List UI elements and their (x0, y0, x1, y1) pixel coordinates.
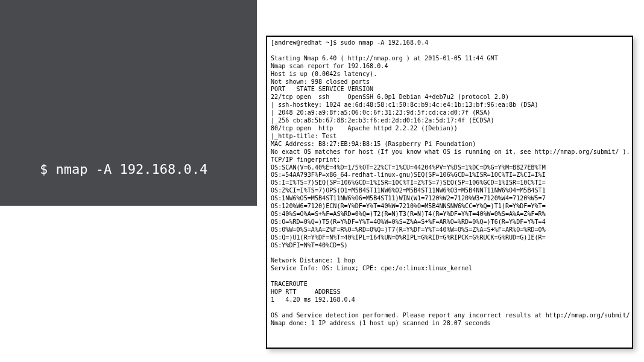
terminal-output-window: [andrew@redhat ~]$ sudo nmap -A 192.168.… (266, 36, 633, 349)
terminal-output-text: [andrew@redhat ~]$ sudo nmap -A 192.168.… (271, 39, 628, 328)
command-summary-panel: $ nmap -A 192.168.0.4 (0, 0, 257, 206)
command-summary-text: $ nmap -A 192.168.0.4 (40, 162, 207, 177)
